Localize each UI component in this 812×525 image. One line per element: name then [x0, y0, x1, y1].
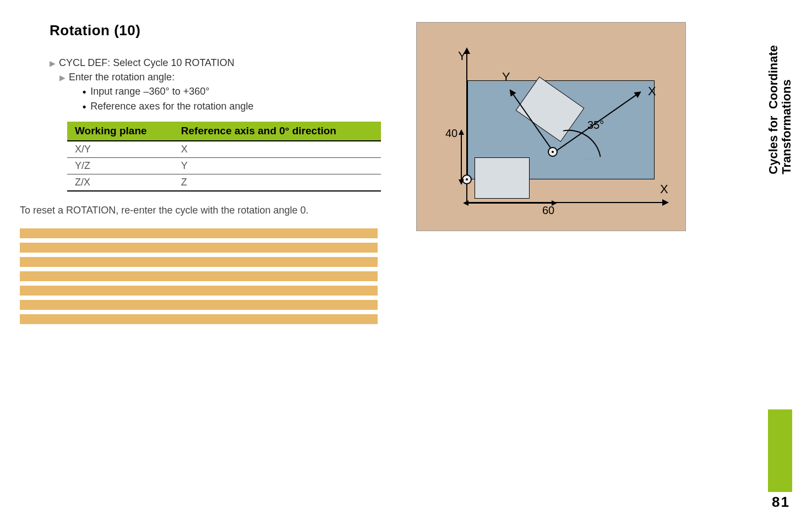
side-tab-highlight [768, 409, 792, 492]
table-row: Y/ZY [67, 158, 381, 174]
cell-plane: Z/X [67, 174, 173, 192]
cell-plane: X/Y [67, 141, 173, 158]
code-line [20, 228, 378, 238]
dimension-horizontal [467, 203, 553, 204]
content-row: Rotation (10) ▶CYCL DEF: Select Cycle 10… [20, 22, 792, 329]
bullet-ref: •Reference axes for the rotation angle [83, 99, 394, 114]
code-line [20, 286, 378, 296]
step-text: CYCL DEF: Select Cycle 10 ROTATION [59, 56, 235, 70]
side-tab-label: Cycles for Coordinate Transformations [767, 45, 793, 185]
code-line [20, 243, 378, 253]
label-angle: 35° [587, 119, 604, 132]
label-x-rotated: X [648, 84, 656, 99]
code-line [20, 257, 378, 267]
code-line [20, 271, 378, 281]
bullet-text: Input range –360° to +360° [90, 84, 209, 99]
left-column: Rotation (10) ▶CYCL DEF: Select Cycle 10… [20, 22, 394, 329]
th-reference-axis: Reference axis and 0° direction [173, 122, 381, 141]
triangle-icon: ▶ [50, 58, 56, 69]
cell-axis: X [173, 141, 381, 158]
step-list: ▶CYCL DEF: Select Cycle 10 ROTATION ▶Ent… [50, 56, 394, 114]
step-enter-angle: ▶Enter the rotation angle: [50, 70, 394, 84]
step-cycl-def: ▶CYCL DEF: Select Cycle 10 ROTATION [50, 56, 394, 70]
cell-axis: Z [173, 174, 381, 192]
step-text: Enter the rotation angle: [69, 70, 175, 84]
side-tab: Cycles for Coordinate Transformations [768, 45, 792, 492]
reference-table: Working plane Reference axis and 0° dire… [67, 122, 381, 192]
label-dim-x: 60 [542, 204, 554, 217]
bullet-icon: • [83, 100, 86, 114]
bullet-text: Reference axes for the rotation angle [90, 99, 253, 114]
label-y-rotated: Y [502, 70, 510, 84]
table-header-row: Working plane Reference axis and 0° dire… [67, 122, 381, 141]
section-title: Rotation (10) [50, 22, 394, 39]
cell-axis: Y [173, 158, 381, 174]
dimension-vertical [461, 134, 462, 181]
cell-plane: Y/Z [67, 158, 173, 174]
code-line [20, 314, 378, 324]
feature-original [475, 157, 530, 199]
rotation-center-icon [548, 147, 558, 157]
table-row: Z/XZ [67, 174, 381, 192]
label-dim-y: 40 [445, 127, 457, 140]
label-x-main: X [660, 182, 668, 196]
bullet-list: •Input range –360° to +360° •Reference a… [83, 84, 394, 114]
document-page: Rotation (10) ▶CYCL DEF: Select Cycle 10… [0, 0, 812, 525]
table-row: X/YX [67, 141, 381, 158]
bullet-icon: • [83, 85, 86, 99]
triangle-icon: ▶ [59, 72, 66, 83]
code-line [20, 300, 378, 310]
page-number: 81 [772, 494, 790, 511]
nc-code-block [20, 228, 378, 324]
bullet-range: •Input range –360° to +360° [83, 84, 394, 99]
right-column: Y Y X X 35° 40 60 [416, 22, 792, 329]
th-working-plane: Working plane [67, 122, 173, 141]
rotation-figure: Y Y X X 35° 40 60 [416, 22, 686, 231]
reset-note: To reset a ROTATION, re-enter the cycle … [20, 205, 394, 216]
label-y-main: Y [458, 49, 466, 63]
